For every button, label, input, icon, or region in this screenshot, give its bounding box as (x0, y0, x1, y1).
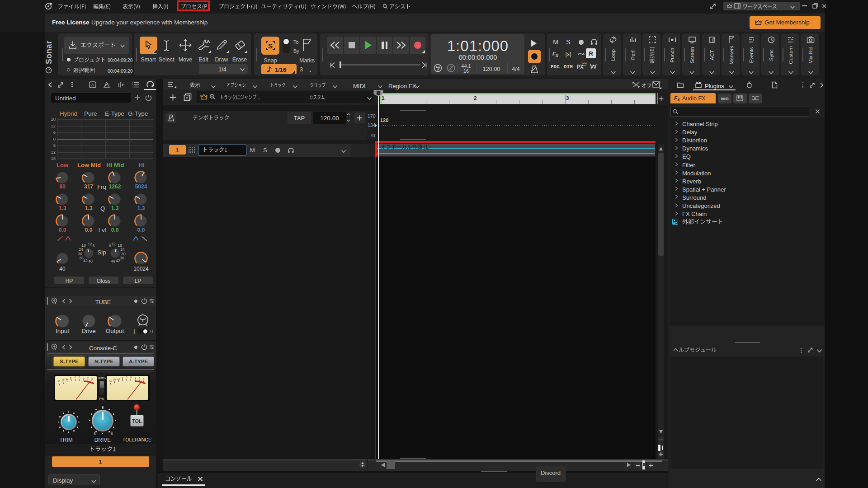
svg-text:12: 12 (66, 377, 68, 380)
svg-text:30: 30 (57, 380, 60, 383)
svg-text:Custom: Custom (788, 46, 793, 64)
svg-text:A: A (91, 82, 94, 87)
svg-text:3: 3 (75, 376, 76, 379)
svg-text:Events: Events (748, 47, 754, 63)
svg-text:6: 6 (122, 376, 123, 379)
svg-text:2: 2 (87, 377, 89, 380)
svg-text:12: 12 (117, 377, 120, 380)
svg-text:S: S (268, 42, 273, 50)
svg-text:6: 6 (70, 376, 71, 379)
svg-text:Markers: Markers (729, 46, 734, 65)
svg-text:1: 1 (83, 376, 85, 379)
svg-text:3: 3 (143, 378, 144, 380)
svg-text:2: 2 (139, 377, 140, 380)
svg-text:0: 0 (130, 376, 132, 379)
svg-text:3: 3 (126, 376, 127, 379)
svg-text:Sonar: Sonar (44, 40, 53, 64)
svg-text:Screen: Screen (689, 47, 694, 63)
svg-text:Punch: Punch (670, 48, 675, 63)
svg-text:Loop: Loop (610, 49, 616, 61)
svg-text:ACT: ACT (709, 50, 714, 61)
svg-text:0: 0 (79, 376, 80, 379)
svg-text:3: 3 (91, 378, 93, 380)
svg-text:Sync: Sync (768, 49, 774, 61)
svg-text:1: 1 (135, 376, 136, 379)
svg-text:Perf: Perf (630, 50, 635, 60)
svg-text:18: 18 (61, 378, 64, 381)
svg-text:18: 18 (113, 378, 116, 381)
svg-text:Mix Rcl: Mix Rcl (808, 47, 813, 64)
svg-text:30: 30 (109, 380, 112, 383)
